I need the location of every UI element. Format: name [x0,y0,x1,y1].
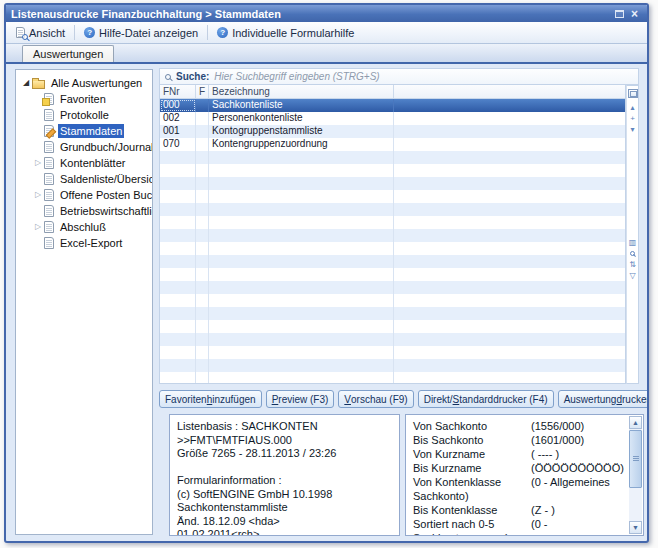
tree-item-stammdaten[interactable]: Stammdaten [16,123,152,139]
scrollbar-thumb[interactable] [629,430,642,488]
toolbar-item-hilfe-datei-anzeigen[interactable]: ?Hilfe-Datei anzeigen [78,25,204,41]
close-button[interactable]: × [627,7,642,20]
column-header-bezeichnung[interactable]: Bezeichnung [209,85,394,98]
cell-bezeichnung [209,268,394,281]
tree-item-label: Favoriten [58,92,108,106]
table-row-empty[interactable] [160,177,625,190]
cell-f [196,164,209,177]
table-row-empty[interactable] [160,359,625,372]
row-move-icon[interactable]: + [630,113,635,124]
table-row[interactable]: 001Kontogruppenstammliste [160,125,625,138]
tree-item-alle-auswertungen[interactable]: ◢Alle Auswertungen [16,75,152,91]
cell-extra [394,190,625,203]
help-icon: ? [217,27,228,38]
table-row-empty[interactable] [160,346,625,359]
columns-icon[interactable]: ▥ [629,237,637,248]
cell-bezeichnung [209,190,394,203]
restore-button[interactable] [612,7,627,20]
table-row-empty[interactable] [160,307,625,320]
table-row-empty[interactable] [160,294,625,307]
button-favoriten-hinzufügen[interactable]: Favoriten hinzufügen [159,390,262,408]
zoom-icon[interactable] [630,251,635,256]
cell-extra [394,151,625,164]
search-input[interactable] [214,71,633,82]
table-row-empty[interactable] [160,190,625,203]
collapsed-arrow-icon[interactable]: ▷ [32,190,44,200]
param-value: (ÖÖÖÖÖÖÖÖÖÖ) [531,462,624,474]
table-row-empty[interactable] [160,281,625,294]
tree-item-favoriten[interactable]: Favoriten [16,91,152,107]
tree-item-kontenblätter[interactable]: ▷Kontenblätter [16,155,152,171]
report-table-wrap: FNr F Bezeichnung 000Sachkontenliste002P… [159,85,639,384]
cell-fnr [160,294,196,307]
cell-bezeichnung [209,242,394,255]
scroll-top-icon[interactable]: ▴ [630,102,634,113]
button-direkt-standarddrucker-f4[interactable]: Direkt/Standarddrucker (F4) [418,390,554,408]
param-row: Von Kurzname( ---- ) [413,447,627,461]
expanded-arrow-icon[interactable]: ◢ [20,78,32,88]
toolbar-item-individuelle-formularhilfe[interactable]: ?Individuelle Formularhilfe [211,25,360,41]
table-row-empty[interactable] [160,151,625,164]
table-row[interactable]: 070Kontengruppenzuordnung [160,138,625,151]
cell-extra [394,125,625,138]
tab-auswertungen[interactable]: Auswertungen [22,45,114,62]
favorites-document-icon [44,93,54,105]
button-vorschau-f9[interactable]: Vorschau (F9) [338,390,413,408]
table-row-empty[interactable] [160,333,625,346]
table-row-empty[interactable] [160,164,625,177]
param-label: Bis Kurzname [413,461,531,475]
param-label: Von Kontenklasse [413,475,531,489]
sort-icon[interactable]: ⇅ [629,259,636,270]
tree-item-offene-posten-buchhaltung[interactable]: ▷Offene Posten Buchhaltung [16,187,152,203]
param-row: Sortiert nach 0-5(0 - Sachkontonummer) [413,517,627,535]
document-icon [44,205,54,217]
param-row: Bis Kontenklasse(Z - ) [413,503,627,517]
table-row-empty[interactable] [160,242,625,255]
parameters-scrollbar[interactable]: ▲ ▼ [629,416,642,534]
column-header-f[interactable]: F [196,85,209,98]
table-row-empty[interactable] [160,320,625,333]
column-header-fnr[interactable]: FNr [160,85,196,98]
table-row[interactable]: 002Personenkontenliste [160,112,625,125]
column-header-extra[interactable] [394,85,625,98]
table-row-empty[interactable] [160,229,625,242]
tree-item-saldenliste-übersicht[interactable]: Saldenliste/Übersicht [16,171,152,187]
collapsed-arrow-icon[interactable]: ▷ [32,222,44,232]
table-row-empty[interactable] [160,203,625,216]
cell-f [196,203,209,216]
cell-fnr [160,307,196,320]
button-preview-f3[interactable]: Preview (F3) [266,390,335,408]
search-bar[interactable]: Suche: [159,68,639,85]
cell-f [196,229,209,242]
cell-fnr: 001 [160,125,196,138]
tree-item-excel-export[interactable]: Excel-Export [16,235,152,251]
tree-item-betriebswirtschaftliche-auswertungen[interactable]: Betriebswirtschaftliche Auswertungen [16,203,152,219]
tree-item-label: Stammdaten [58,124,124,138]
filter-icon[interactable]: ▽ [629,270,635,281]
table-row-empty[interactable] [160,268,625,281]
button-auswertung-drucken[interactable]: Auswertung drucken [558,390,649,408]
table-row-empty[interactable] [160,372,625,383]
window-title: Listenausdrucke Finanzbuchhaltung > Stam… [11,8,281,20]
cell-extra [394,333,625,346]
tree-item-grundbuch-journale[interactable]: Grundbuch/Journale [16,139,152,155]
report-grid: FNr F Bezeichnung 000Sachkontenliste002P… [159,85,626,384]
title-bar[interactable]: Listenausdrucke Finanzbuchhaltung > Stam… [6,5,647,22]
toolbar-item-ansicht[interactable]: Ansicht [10,25,71,41]
table-row-empty[interactable] [160,216,625,229]
scroll-up-icon[interactable]: ▲ [629,416,642,429]
tree-item-abschluß[interactable]: ▷Abschluß [16,219,152,235]
cell-fnr [160,268,196,281]
toolbar-separator [207,25,208,40]
column-chooser-icon[interactable] [628,89,638,98]
tree-item-protokolle[interactable]: Protokolle [16,107,152,123]
table-row[interactable]: 000Sachkontenliste [160,99,625,112]
search-label: Suche: [176,71,209,82]
tree-item-label: Grundbuch/Journale [58,140,153,154]
param-label: Sortiert nach 0-5 [413,517,531,531]
scroll-down-icon[interactable]: ▼ [629,521,642,534]
table-row-empty[interactable] [160,255,625,268]
scroll-bottom-icon[interactable]: ▾ [630,124,634,135]
collapsed-arrow-icon[interactable]: ▷ [32,158,44,168]
cell-fnr [160,281,196,294]
